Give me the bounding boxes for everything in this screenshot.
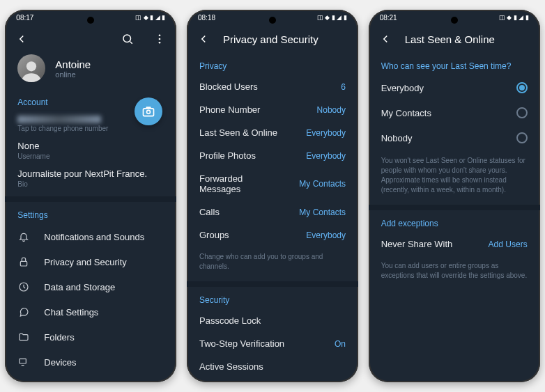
phone-lastseen: 08:21 ◫ ◆ ▮ ◢ ▮ Last Seen & Online Who c… bbox=[369, 10, 540, 382]
security-header: Security bbox=[187, 287, 358, 309]
phone-privacy: 08:18 ◫ ◆ ▮ ◢ ▮ Privacy and Security Pri… bbox=[187, 10, 358, 382]
lock-icon bbox=[17, 256, 30, 268]
security-hint: Control your sessions on other devices. bbox=[187, 378, 358, 382]
radio-icon bbox=[516, 82, 528, 93]
more-icon[interactable] bbox=[153, 32, 167, 46]
divider bbox=[5, 196, 176, 202]
camera-notch bbox=[269, 17, 276, 24]
radio-icon bbox=[516, 107, 528, 118]
clock: 08:21 bbox=[380, 14, 397, 22]
settings-language[interactable]: Language bbox=[5, 375, 176, 382]
page-title: Privacy and Security bbox=[223, 33, 348, 45]
camera-notch bbox=[451, 17, 458, 24]
svg-point-4 bbox=[26, 61, 36, 71]
chat-icon bbox=[17, 306, 30, 318]
status-icons: ◫ ◆ ▮ ◢ ▮ bbox=[317, 14, 347, 21]
back-icon[interactable] bbox=[15, 32, 29, 46]
camera-notch bbox=[87, 17, 94, 24]
settings-privacy[interactable]: Privacy and Security bbox=[5, 249, 176, 274]
bio-label: Bio bbox=[17, 180, 164, 188]
question-header: Who can see your Last Seen time? bbox=[369, 53, 540, 75]
settings-chat[interactable]: Chat Settings bbox=[5, 299, 176, 324]
username-label: Username bbox=[17, 152, 164, 160]
exceptions-hint: You can add users or entire groups as ex… bbox=[369, 256, 540, 286]
phone-profile: 08:17 ◫ ◆ ▮ ◢ ▮ Antoine online Account T… bbox=[5, 10, 176, 382]
devices-icon bbox=[17, 356, 30, 368]
bio-field[interactable]: Journaliste pour NextPit France. Bio bbox=[5, 164, 176, 192]
back-icon[interactable] bbox=[197, 32, 210, 46]
row-groups[interactable]: GroupsEverybody bbox=[187, 224, 358, 246]
page-title: Last Seen & Online bbox=[405, 33, 530, 45]
search-icon[interactable] bbox=[121, 32, 135, 46]
phone-hint: Tap to change phone number bbox=[17, 125, 164, 132]
row-passcode[interactable]: Passcode Lock bbox=[187, 309, 358, 332]
svg-point-0 bbox=[123, 35, 131, 42]
svg-rect-5 bbox=[144, 109, 154, 116]
lastseen-hint: You won't see Last Seen or Online status… bbox=[369, 150, 540, 201]
divider bbox=[187, 281, 358, 287]
status-icons: ◫ ◆ ▮ ◢ ▮ bbox=[135, 14, 165, 21]
profile-header[interactable]: Antoine online bbox=[5, 53, 176, 89]
settings-devices[interactable]: Devices bbox=[5, 350, 176, 375]
svg-rect-7 bbox=[21, 261, 27, 266]
profile-status: online bbox=[55, 70, 91, 79]
back-icon[interactable] bbox=[378, 32, 392, 46]
row-profile-photos[interactable]: Profile PhotosEverybody bbox=[187, 144, 358, 167]
row-never-share[interactable]: Never Share With Add Users bbox=[369, 233, 540, 256]
app-bar: Last Seen & Online bbox=[369, 25, 540, 53]
profile-name: Antoine bbox=[55, 58, 91, 70]
exceptions-header: Add exceptions bbox=[369, 210, 540, 233]
svg-point-3 bbox=[159, 42, 161, 44]
row-blocked-users[interactable]: Blocked Users6 bbox=[187, 75, 358, 98]
option-my-contacts[interactable]: My Contacts bbox=[369, 100, 540, 125]
svg-point-1 bbox=[159, 34, 161, 36]
row-last-seen[interactable]: Last Seen & OnlineEverybody bbox=[187, 121, 358, 144]
avatar bbox=[17, 54, 45, 82]
privacy-hint: Change who can add you to groups and cha… bbox=[187, 246, 358, 277]
bell-icon bbox=[17, 230, 30, 243]
data-icon bbox=[17, 281, 30, 293]
app-bar bbox=[5, 25, 176, 53]
clock: 08:18 bbox=[198, 14, 215, 22]
option-everybody[interactable]: Everybody bbox=[369, 75, 540, 100]
row-forwarded[interactable]: Forwarded MessagesMy Contacts bbox=[187, 167, 358, 201]
status-icons: ◫ ◆ ▮ ◢ ▮ bbox=[499, 14, 529, 21]
radio-icon bbox=[516, 132, 528, 143]
phone-number-blurred bbox=[17, 116, 101, 123]
clock: 08:17 bbox=[16, 14, 33, 22]
svg-rect-9 bbox=[20, 359, 26, 363]
bio-value: Journaliste pour NextPit France. bbox=[17, 168, 164, 179]
settings-data[interactable]: Data and Storage bbox=[5, 274, 176, 299]
svg-point-6 bbox=[147, 110, 151, 113]
divider bbox=[369, 205, 540, 210]
username-field[interactable]: None Username bbox=[5, 136, 176, 164]
settings-notifications[interactable]: Notifications and Sounds bbox=[5, 224, 176, 249]
row-calls[interactable]: CallsMy Contacts bbox=[187, 201, 358, 224]
privacy-header: Privacy bbox=[187, 53, 358, 75]
app-bar: Privacy and Security bbox=[187, 25, 358, 53]
settings-header: Settings bbox=[5, 202, 176, 224]
row-phone-number[interactable]: Phone NumberNobody bbox=[187, 98, 358, 121]
svg-point-2 bbox=[159, 38, 161, 40]
globe-icon bbox=[17, 381, 30, 382]
option-nobody[interactable]: Nobody bbox=[369, 125, 540, 150]
username-value: None bbox=[17, 141, 164, 151]
row-active-sessions[interactable]: Active Sessions bbox=[187, 355, 358, 378]
settings-folders[interactable]: Folders bbox=[5, 324, 176, 350]
folder-icon bbox=[17, 331, 30, 343]
row-two-step[interactable]: Two-Step VerificationOn bbox=[187, 332, 358, 355]
